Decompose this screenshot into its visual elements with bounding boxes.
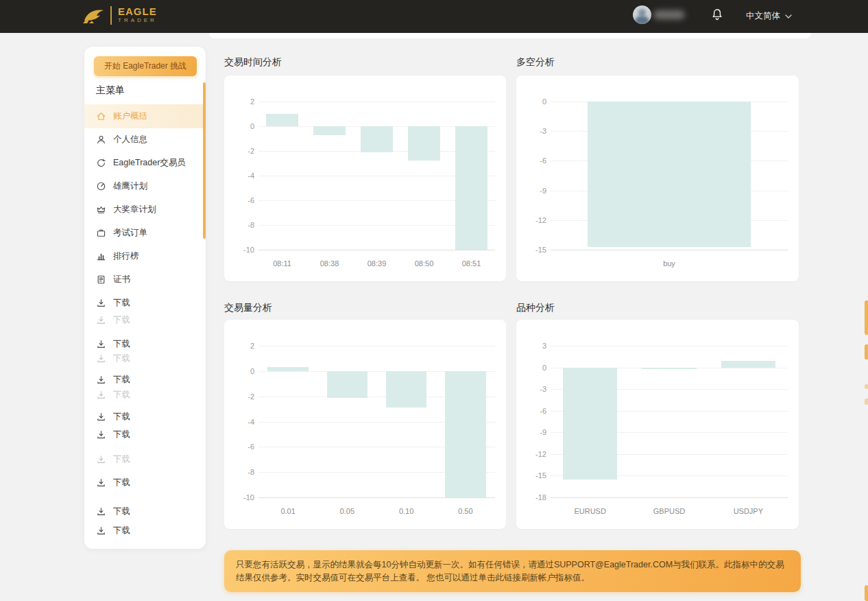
y-axis-tick: -6 <box>519 156 546 165</box>
language-selector[interactable]: 中文简体 <box>746 10 792 22</box>
sidebar-item-download[interactable]: 下载 <box>84 522 206 539</box>
chart-title-long-short: 多空分析 <box>516 56 555 69</box>
download-icon <box>96 298 106 308</box>
chart-card-symbol: 30-3-6-9-12-15-18EURUSDGBPUSDUSDJPY <box>516 320 799 529</box>
bar-0.01 <box>267 367 309 371</box>
sidebar-item-gauge[interactable]: 雄鹰计划 <box>84 178 206 194</box>
sidebar-item-home-active[interactable]: 账户概括 <box>84 104 206 128</box>
sidebar-item-label: 下载 <box>113 314 130 326</box>
certificate-icon <box>96 274 106 285</box>
x-axis-tick: buy <box>663 259 675 268</box>
sidebar-item-download[interactable]: 下载 <box>84 350 206 366</box>
sidebar-item-download[interactable]: 下载 <box>84 503 206 519</box>
download-icon <box>96 526 106 536</box>
bar-buy <box>588 102 751 247</box>
sidebar-item-label: 下载 <box>113 429 130 440</box>
download-icon <box>96 315 106 325</box>
avatar[interactable] <box>633 5 651 24</box>
sidebar-item-label: 雄鹰计划 <box>113 180 147 192</box>
x-axis-tick: GBPUSD <box>653 507 685 515</box>
logo-divider <box>110 6 112 25</box>
sidebar-item-download[interactable]: 下载 <box>84 408 206 425</box>
y-axis-tick: 0 <box>519 97 546 106</box>
x-axis-tick: 0.50 <box>458 507 472 515</box>
logo-text-trader: TRADER <box>118 16 157 24</box>
sidebar-item-label: 下载 <box>113 374 130 386</box>
y-axis-tick: 0 <box>227 122 254 130</box>
bar-0.10 <box>386 371 427 408</box>
y-axis-tick: -8 <box>227 468 254 476</box>
sidebar-item-label: 下载 <box>113 506 130 517</box>
sidebar-item-refresh[interactable]: EagleTrader交易员 <box>84 154 206 171</box>
x-axis-tick: 08:38 <box>320 259 339 268</box>
sidebar-item-crown[interactable]: 大奖章计划 <box>84 201 206 217</box>
sidebar-item-bar-chart[interactable]: 排行榜 <box>84 248 206 264</box>
sidebar-menu: 账户概括个人信息EagleTrader交易员雄鹰计划大奖章计划考试订单排行榜证书… <box>84 47 206 549</box>
x-axis-tick: USDJPY <box>734 507 763 515</box>
y-axis-tick: -3 <box>519 385 546 393</box>
y-axis-tick: -2 <box>227 392 254 401</box>
download-icon <box>96 353 106 364</box>
chart-card-long-short: 0-3-6-9-12-15buy <box>516 75 799 281</box>
notice-text[interactable]: 只要您有活跃交易，显示的结果就会每10分钟自动更新一次。如有任何错误，请通过SU… <box>236 558 789 585</box>
sidebar-item-download[interactable]: 下载 <box>84 294 206 311</box>
x-axis-tick: 0.05 <box>340 507 354 515</box>
brand-logo[interactable]: EAGLE TRADER <box>81 5 157 25</box>
sidebar-item-label: 下载 <box>113 477 130 488</box>
download-icon <box>96 390 106 400</box>
sidebar-item-download[interactable]: 下载 <box>84 474 206 491</box>
y-axis-tick: -18 <box>519 493 546 502</box>
refresh-icon <box>96 158 106 168</box>
sidebar-item-briefcase[interactable]: 考试订单 <box>84 224 206 241</box>
chart-title-trading-time: 交易时间分析 <box>224 56 282 69</box>
sidebar-item-label: 大奖章计划 <box>113 204 156 215</box>
sidebar-scrollbar[interactable] <box>203 82 206 239</box>
sidebar-item-label: 下载 <box>113 525 130 537</box>
crown-icon <box>96 204 106 215</box>
sidebar-item-label: EagleTrader交易员 <box>113 157 186 169</box>
bar-USDJPY <box>721 361 776 367</box>
sidebar-item-label: 下载 <box>113 297 130 309</box>
gridline <box>258 250 495 250</box>
sidebar-item-label: 账户概括 <box>113 110 147 122</box>
sidebar-item-user[interactable]: 个人信息 <box>84 131 206 148</box>
sidebar-item-download[interactable]: 下载 <box>84 371 206 388</box>
chart-plot-volume: 20-2-4-6-8-100.010.050.100.50 <box>258 346 495 497</box>
y-axis-tick: 0 <box>519 364 546 372</box>
edge-fragment <box>865 300 868 335</box>
bar-08:50 <box>408 126 441 161</box>
language-label: 中文简体 <box>746 10 780 22</box>
y-axis-tick: -2 <box>227 147 254 155</box>
edge-fragment <box>865 585 868 601</box>
y-axis-tick: 0 <box>227 367 254 375</box>
sidebar: 开始 EagleTrader 挑战 主菜单 账户概括个人信息EagleTrade… <box>84 47 206 549</box>
chevron-down-icon <box>785 14 792 19</box>
x-axis-tick: 0.01 <box>280 507 295 515</box>
y-axis-tick: -4 <box>227 172 254 180</box>
sidebar-item-label: 排行榜 <box>113 250 139 262</box>
sidebar-item-download[interactable]: 下载 <box>84 426 206 443</box>
user-icon <box>96 134 106 145</box>
gridline <box>551 250 788 250</box>
x-axis-tick: 08:11 <box>273 259 291 268</box>
sidebar-item-download[interactable]: 下载 <box>84 386 206 403</box>
gridline <box>551 346 788 346</box>
app-screen: EAGLE TRADER 中文简体 开始 EagleTrader 挑战 主菜单 … <box>0 0 868 601</box>
y-axis-tick: -6 <box>519 407 546 415</box>
download-icon <box>96 412 106 422</box>
y-axis-tick: -10 <box>227 493 254 502</box>
gauge-icon <box>96 181 106 191</box>
x-axis-tick: 08:50 <box>415 259 434 268</box>
y-axis-tick: -15 <box>519 471 546 480</box>
notification-bell-icon[interactable] <box>711 8 723 21</box>
bar-08:51 <box>455 126 488 250</box>
y-axis-tick: 3 <box>519 342 546 350</box>
sidebar-item-download[interactable]: 下载 <box>84 311 206 328</box>
sidebar-item-certificate[interactable]: 证书 <box>84 271 206 287</box>
sidebar-item-download[interactable]: 下载 <box>84 451 206 467</box>
bar-chart-icon <box>96 251 106 261</box>
y-axis-tick: -10 <box>227 246 254 254</box>
download-icon <box>96 478 106 488</box>
y-axis-tick: -8 <box>227 221 254 229</box>
chart-plot-symbol: 30-3-6-9-12-15-18EURUSDGBPUSDUSDJPY <box>551 346 788 497</box>
